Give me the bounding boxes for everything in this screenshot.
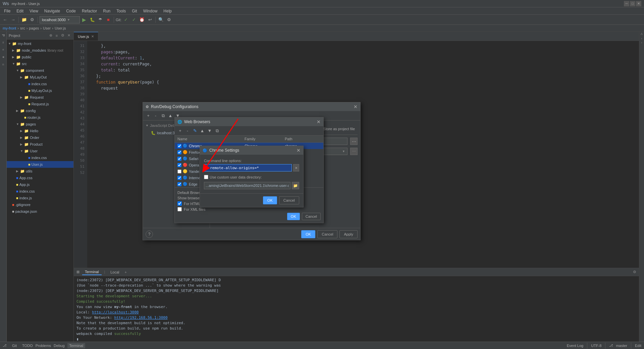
tree-item-product[interactable]: ▶ 📁 Product	[7, 141, 73, 148]
browsers-copy-btn[interactable]: ⧉	[214, 128, 220, 134]
terminal-add-tab-btn[interactable]: +	[124, 270, 126, 274]
tree-item-hello[interactable]: ▶ 📁 Hello	[7, 128, 73, 134]
run-debug-help-btn[interactable]: ?	[146, 231, 153, 238]
chrome-path-browse-btn[interactable]: 📁	[292, 182, 299, 189]
terminal-tab-local[interactable]: Local	[108, 269, 122, 275]
url-browse-btn[interactable]: ⋯	[350, 138, 358, 145]
git-history-btn[interactable]: ⏰	[138, 16, 146, 23]
tree-item-gitignore[interactable]: ■ .gitignore	[7, 201, 73, 208]
terminal-network-link[interactable]: http://192.168.56.1:3000	[114, 315, 168, 320]
chrome-settings-ok-btn[interactable]: OK	[263, 196, 277, 204]
safari-checkbox[interactable]	[177, 157, 181, 161]
tab-close-user-js[interactable]: ✕	[91, 35, 94, 38]
close-btn[interactable]: ✕	[636, 1, 641, 6]
command-line-input[interactable]	[204, 164, 292, 171]
tree-item-request[interactable]: ▶ 📁 Request	[7, 94, 73, 101]
project-icon[interactable]: P	[1, 34, 5, 37]
run-btn[interactable]: ▶	[80, 16, 88, 23]
menu-edit[interactable]: Edit	[14, 8, 26, 14]
maximize-btn[interactable]: □	[630, 1, 635, 6]
menu-view[interactable]: View	[27, 8, 41, 14]
web-browsers-close-btn[interactable]: ✕	[317, 119, 321, 124]
browsers-remove-btn[interactable]: -	[184, 128, 191, 134]
menu-git[interactable]: Git	[129, 8, 140, 14]
toolbar-project-btn[interactable]: 📁	[20, 16, 28, 23]
run-debug-cancel-btn[interactable]: Cancel	[317, 230, 337, 238]
status-git[interactable]: Git	[9, 343, 19, 348]
browsers-edit-btn[interactable]: ✎	[192, 128, 198, 134]
menu-help[interactable]: Help	[161, 8, 174, 14]
run-debug-copy-btn[interactable]: ⧉	[160, 112, 166, 119]
tree-item-request-js[interactable]: ■ Request.js	[7, 101, 73, 107]
for-xml-checkbox[interactable]	[177, 207, 182, 211]
menu-tools[interactable]: Tools	[114, 8, 128, 14]
git-rollback-btn[interactable]: ↩	[146, 16, 154, 23]
menu-refactor[interactable]: Refactor	[79, 8, 100, 14]
run-debug-add-btn[interactable]: +	[145, 112, 152, 119]
favorites-icon[interactable]: ★	[2, 55, 5, 59]
status-todo[interactable]: TODO	[22, 344, 33, 348]
browser-edit-btn[interactable]: ⋯	[350, 148, 358, 155]
panel-close-btn[interactable]: ✕	[66, 33, 71, 38]
tree-item-app-css[interactable]: ■ App.css	[7, 174, 73, 181]
yandex-checkbox[interactable]	[177, 169, 181, 173]
debug-btn[interactable]: 🐛	[89, 16, 96, 23]
run-debug-remove-btn[interactable]: -	[152, 112, 159, 119]
chrome-settings-dialog[interactable]: 🔵 Chrome Settings ✕ Command line options…	[200, 146, 304, 207]
structure-icon[interactable]: ≡	[2, 48, 4, 51]
locate-file-btn[interactable]: ⊕	[48, 33, 53, 38]
browsers-add-btn[interactable]: +	[177, 128, 183, 134]
chrome-settings-close-btn[interactable]: ✕	[297, 148, 301, 153]
command-line-clear-btn[interactable]: ✕	[293, 164, 299, 171]
settings-main-btn[interactable]: ⚙	[165, 16, 173, 23]
status-event-log[interactable]: Event Log	[567, 344, 584, 348]
browsers-move-up-btn[interactable]: ▲	[199, 128, 206, 134]
collapse-all-btn[interactable]: ≡	[54, 33, 59, 38]
menu-navigate[interactable]: Navigate	[42, 8, 63, 14]
tree-item-public[interactable]: ▶ 📁 public	[7, 54, 73, 60]
bc-user[interactable]: User	[43, 26, 51, 30]
browsers-cancel-btn[interactable]: Cancel	[302, 213, 321, 220]
run-debug-move-up-btn[interactable]: ▲	[167, 112, 174, 119]
menu-file[interactable]: File	[1, 8, 13, 14]
tree-item-pages[interactable]: ▼ 📁 pages	[7, 121, 73, 128]
panel-settings-btn[interactable]: ⚙	[60, 33, 65, 38]
bc-src[interactable]: src	[20, 26, 25, 30]
tree-item-src[interactable]: ▼ 📁 src	[7, 60, 73, 67]
bc-my-front[interactable]: my-front	[3, 26, 16, 30]
status-branch[interactable]: master	[616, 344, 627, 348]
tree-item-order[interactable]: ▶ 📁 Order	[7, 134, 73, 141]
chrome-checkbox[interactable]	[177, 144, 181, 148]
opera-checkbox[interactable]	[177, 163, 181, 167]
status-problems[interactable]: Problems	[36, 344, 51, 348]
tree-item-my-front[interactable]: ▼ 📁 my-front	[7, 40, 73, 47]
menu-code[interactable]: Code	[63, 8, 78, 14]
tree-item-config[interactable]: ▶ 📁 config	[7, 107, 73, 114]
tree-item-package-json[interactable]: ■ package.json	[7, 208, 73, 215]
git-check-btn[interactable]: ✓	[122, 16, 129, 23]
chrome-path-input[interactable]	[204, 182, 290, 189]
tree-item-user-index-css[interactable]: ■ index.css	[7, 154, 73, 161]
git-update-btn[interactable]: ✓	[130, 16, 138, 23]
tree-item-utils[interactable]: ▶ 📁 utils	[7, 168, 73, 174]
tree-item-index-css-1[interactable]: ■ index.css	[7, 81, 73, 87]
toolbar-back-btn[interactable]: ←	[1, 16, 9, 23]
commit-icon[interactable]: ±	[2, 41, 4, 44]
npm-icon[interactable]: n	[2, 63, 4, 66]
status-debug[interactable]: Debug	[54, 344, 64, 348]
run-debug-apply-btn[interactable]: Apply	[339, 230, 358, 238]
run-debug-close-btn[interactable]: ✕	[354, 104, 358, 109]
for-html-checkbox[interactable]	[177, 201, 182, 206]
terminal-tab-terminal[interactable]: Terminal	[82, 269, 102, 275]
terminal-local-link[interactable]: http://localhost:3000	[92, 310, 139, 314]
stop-btn[interactable]: ■	[105, 16, 112, 23]
menu-window[interactable]: Window	[141, 8, 160, 14]
tree-item-index-css-2[interactable]: ■ index.css	[7, 188, 73, 195]
tree-item-node-modules[interactable]: ▶ 📁 node_modules library root	[7, 47, 73, 54]
bc-user-js[interactable]: User.js	[55, 26, 66, 30]
tree-item-mylayout-js[interactable]: ■ MyLayOut.js	[7, 87, 73, 94]
browsers-ok-btn[interactable]: OK	[287, 213, 300, 220]
search-everywhere-btn[interactable]: 🔍	[157, 16, 165, 23]
status-terminal[interactable]: Terminal	[67, 343, 86, 348]
ie-checkbox[interactable]	[177, 176, 181, 180]
